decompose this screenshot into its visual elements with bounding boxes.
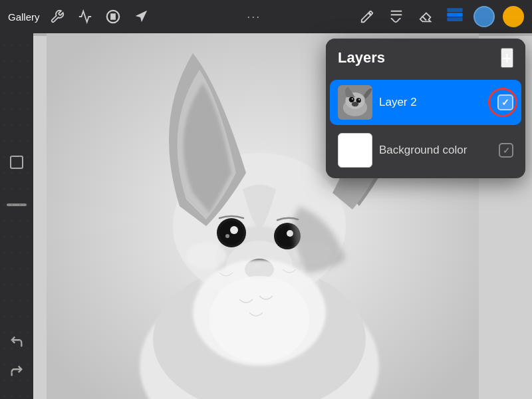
svg-point-17 (230, 226, 238, 234)
color-swatch[interactable] (473, 6, 495, 27)
svg-rect-4 (11, 156, 23, 168)
layers-button[interactable] (444, 6, 466, 27)
gallery-label: Gallery (8, 11, 40, 23)
svg-point-18 (225, 234, 229, 238)
draw-tool-icon[interactable] (356, 6, 378, 27)
sidebar-transform-tool[interactable] (5, 150, 29, 174)
layer-2-visibility-checkbox[interactable] (497, 94, 513, 110)
svg-point-31 (356, 98, 361, 102)
svg-point-30 (352, 98, 353, 100)
svg-point-25 (209, 276, 309, 362)
add-layer-button[interactable]: + (501, 48, 513, 68)
layer-2-name: Layer 2 (379, 96, 491, 109)
background-color-thumbnail (338, 133, 372, 168)
sidebar-bottom (5, 330, 29, 391)
smudge-tool-icon[interactable] (386, 6, 407, 27)
svg-point-32 (358, 99, 360, 100)
wrench-icon[interactable] (47, 6, 68, 27)
layers-title: Layers (338, 49, 385, 66)
svg-point-29 (349, 97, 354, 102)
gallery-button[interactable]: Gallery (8, 11, 40, 23)
more-options-button[interactable]: ··· (247, 10, 261, 24)
svg-point-33 (352, 102, 358, 106)
svg-marker-0 (135, 11, 146, 22)
svg-rect-5 (7, 203, 27, 206)
toolbar-center: ··· (152, 10, 356, 24)
layer-2-row[interactable]: Layer 2 (330, 80, 521, 125)
svg-rect-3 (447, 8, 462, 12)
sidebar-selection-tool[interactable] (5, 193, 29, 217)
layer-2-thumbnail (338, 85, 372, 120)
redo-button[interactable] (5, 359, 29, 383)
user-avatar[interactable] (503, 6, 524, 27)
svg-point-22 (186, 243, 226, 269)
background-color-name: Background color (379, 144, 492, 157)
top-toolbar: Gallery ··· (0, 0, 532, 33)
toolbar-right (356, 6, 524, 27)
navigate-icon[interactable] (130, 6, 152, 27)
left-sidebar (0, 33, 33, 399)
magic-icon[interactable] (74, 6, 96, 27)
svg-rect-2 (447, 17, 462, 21)
layers-header: Layers + (326, 39, 525, 77)
svg-point-21 (287, 230, 293, 237)
undo-button[interactable] (5, 330, 29, 354)
erase-tool-icon[interactable] (415, 6, 436, 27)
layers-panel: Layers + Layer 2 (326, 39, 525, 178)
toolbar-left: Gallery (8, 6, 152, 27)
background-color-row[interactable]: Background color (330, 128, 521, 173)
svg-rect-1 (447, 13, 462, 17)
s-tool-icon[interactable] (102, 6, 124, 27)
background-visibility-checkbox[interactable] (499, 143, 513, 158)
